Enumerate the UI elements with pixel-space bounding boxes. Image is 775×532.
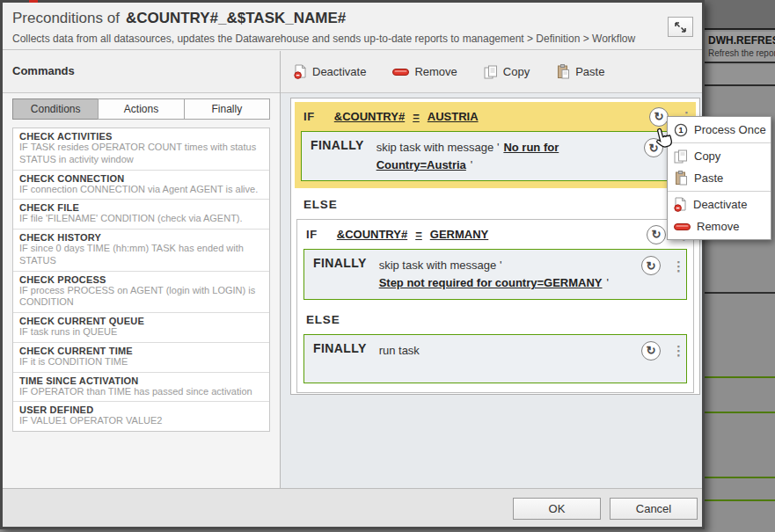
- commands-panel-header: Commands: [3, 51, 280, 93]
- command-title: CHECK CONNECTION: [19, 173, 263, 184]
- finally-message-suffix: ': [471, 158, 472, 171]
- finally-message-suffix: ': [607, 276, 609, 289]
- command-desc: IF since 0 days TIME (hh:mm) TASK has en…: [19, 243, 263, 267]
- menu-separator: [668, 191, 771, 192]
- menu-item-label: Paste: [694, 171, 723, 185]
- background-toolbar-strip: [705, 0, 775, 30]
- ok-button[interactable]: OK: [513, 498, 601, 520]
- menu-item-deactivate[interactable]: Deactivate: [668, 193, 771, 215]
- command-title: CHECK CURRENT TIME: [19, 346, 263, 356]
- dialog-footer: OK Cancel: [3, 488, 702, 527]
- copy-button[interactable]: Copy: [484, 65, 530, 79]
- background-task-desc: Refresh the report: [705, 47, 775, 58]
- if-left-operand[interactable]: &COUNTRY#: [334, 110, 405, 123]
- command-item-check-connection[interactable]: CHECK CONNECTION IF connection CONNECTIO…: [13, 171, 269, 200]
- if-right-operand[interactable]: AUSTRIA: [428, 110, 479, 123]
- finally-message-prefix: skip task with message ': [377, 141, 500, 154]
- kebab-menu-icon[interactable]: ⋮: [672, 345, 679, 357]
- if-operator[interactable]: =: [413, 110, 420, 123]
- background-row: [705, 65, 775, 86]
- background-red-fragment: [29, 0, 38, 3]
- command-item-check-file[interactable]: CHECK FILE IF file 'FILENAME' CONDITION …: [13, 200, 269, 230]
- if-operator[interactable]: =: [415, 228, 422, 241]
- dialog-header: Preconditions of&COUNTRY#_&$TASK_NAME# C…: [3, 3, 702, 50]
- cancel-button[interactable]: Cancel: [610, 498, 698, 520]
- dialog-title: Preconditions of&COUNTRY#_&$TASK_NAME#: [12, 10, 346, 27]
- command-title: CHECK CURRENT QUEUE: [19, 316, 263, 326]
- finally-block-germany[interactable]: FINALLY skip task with message ' Step no…: [303, 249, 687, 299]
- command-item-check-history[interactable]: CHECK HISTORY IF since 0 days TIME (hh:m…: [13, 230, 269, 272]
- paste-button[interactable]: Paste: [556, 64, 604, 79]
- menu-item-label: Process Once: [694, 123, 766, 136]
- dialog-title-prefix: Preconditions of: [12, 10, 120, 26]
- remove-bar-icon: [392, 67, 409, 77]
- if-right-operand[interactable]: GERMANY: [430, 228, 488, 241]
- copy-pages-icon: [484, 65, 498, 79]
- background-row: [705, 237, 775, 294]
- menu-item-copy[interactable]: Copy: [668, 145, 771, 167]
- paste-clipboard-icon: [674, 171, 688, 186]
- command-item-user-defined[interactable]: USER DEFINED IF VALUE1 OPERATOR VALUE2: [13, 402, 269, 431]
- deactivate-button[interactable]: Deactivate: [294, 64, 366, 79]
- preconditions-dialog: Preconditions of&COUNTRY#_&$TASK_NAME# C…: [0, 0, 705, 529]
- tab-conditions[interactable]: Conditions: [12, 98, 99, 120]
- if-row-germany[interactable]: IF &COUNTRY# = GERMANY ↻ ⋮: [297, 220, 693, 249]
- document-deactivate-icon: [674, 197, 687, 212]
- process-at-runtime-icon[interactable]: ↻: [649, 107, 669, 127]
- finally-message-prefix: skip task with message ': [379, 259, 502, 272]
- dialog-body: Commands Conditions Actions Finally CHEC…: [3, 51, 702, 488]
- precondition-tree: IF &COUNTRY# = AUSTRIA ↻ ⋮ FINALLY skip …: [290, 98, 700, 395]
- editor-toolbar: Deactivate Remove: [281, 51, 702, 93]
- condition-editor-panel: Deactivate Remove: [281, 51, 702, 488]
- commands-tabs: Conditions Actions Finally: [12, 98, 270, 120]
- if-block-austria[interactable]: IF &COUNTRY# = AUSTRIA ↻ ⋮ FINALLY skip …: [295, 102, 696, 188]
- menu-item-label: Remove: [697, 220, 739, 233]
- remove-button[interactable]: Remove: [392, 65, 457, 78]
- tab-actions[interactable]: Actions: [98, 98, 184, 120]
- commands-list: CHECK ACTIVITIES IF TASK resides OPERATO…: [12, 128, 270, 432]
- menu-item-process-once[interactable]: 1 Process Once: [668, 119, 771, 141]
- document-deactivate-icon: [294, 64, 307, 79]
- deactivate-label: Deactivate: [312, 65, 366, 78]
- if-keyword: IF: [306, 228, 318, 241]
- command-desc: IF it is CONDITION TIME: [19, 356, 263, 368]
- command-title: USER DEFINED: [19, 404, 263, 415]
- if-left-operand[interactable]: &COUNTRY#: [337, 228, 407, 241]
- finally-message: run task: [379, 341, 420, 360]
- kebab-menu-icon[interactable]: ⋮: [672, 260, 679, 273]
- commands-panel: Commands Conditions Actions Finally CHEC…: [3, 51, 281, 488]
- menu-item-label: Deactivate: [693, 198, 747, 211]
- finally-message-link[interactable]: Step not required for country=GERMANY: [379, 276, 603, 289]
- context-menu: 1 Process Once Copy Paste: [667, 116, 771, 240]
- tab-finally[interactable]: Finally: [184, 98, 270, 120]
- menu-item-paste[interactable]: Paste: [668, 167, 771, 189]
- process-at-runtime-icon[interactable]: ↻: [641, 341, 661, 361]
- background-task-name: DWH.REFRESH: [705, 32, 775, 47]
- finally-keyword: FINALLY: [313, 341, 367, 355]
- background-row: [705, 380, 775, 413]
- menu-item-remove[interactable]: Remove: [668, 215, 771, 237]
- if-row-austria: IF &COUNTRY# = AUSTRIA ↻ ⋮: [295, 102, 696, 131]
- else-group-box: IF &COUNTRY# = GERMANY ↻ ⋮ FINALLY skip …: [296, 219, 694, 392]
- finally-block-run-task[interactable]: FINALLY run task ↻ ⋮: [303, 334, 687, 383]
- command-desc: IF OPERATOR than TIME has passed since a…: [19, 386, 263, 398]
- command-item-check-process[interactable]: CHECK PROCESS IF process PROCESS on AGEN…: [13, 272, 269, 314]
- finally-block-austria[interactable]: FINALLY skip task with message 'No run f…: [301, 131, 690, 181]
- finally-keyword: FINALLY: [311, 138, 364, 152]
- maximize-button[interactable]: [668, 17, 693, 37]
- copy-label: Copy: [503, 65, 530, 78]
- remove-bar-icon: [674, 222, 691, 232]
- command-desc: IF connection CONNECTION via Agent AGENT…: [19, 184, 263, 196]
- command-item-check-current-time[interactable]: CHECK CURRENT TIME IF it is CONDITION TI…: [13, 343, 269, 373]
- finally-keyword: FINALLY: [313, 256, 367, 270]
- dialog-title-object: &COUNTRY#_&$TASK_NAME#: [126, 10, 346, 26]
- paste-clipboard-icon: [556, 64, 570, 79]
- remove-label: Remove: [414, 65, 457, 78]
- process-at-runtime-icon[interactable]: ↻: [647, 225, 666, 244]
- process-at-runtime-icon[interactable]: ↻: [641, 256, 661, 275]
- if-keyword: IF: [303, 110, 315, 123]
- command-item-check-activities[interactable]: CHECK ACTIVITIES IF TASK resides OPERATO…: [13, 128, 269, 171]
- command-item-check-current-queue[interactable]: CHECK CURRENT QUEUE IF task runs in QUEU…: [13, 313, 269, 343]
- command-desc: IF task runs in QUEUE: [19, 326, 263, 339]
- command-item-time-since-activation[interactable]: TIME SINCE ACTIVATION IF OPERATOR than T…: [13, 373, 269, 403]
